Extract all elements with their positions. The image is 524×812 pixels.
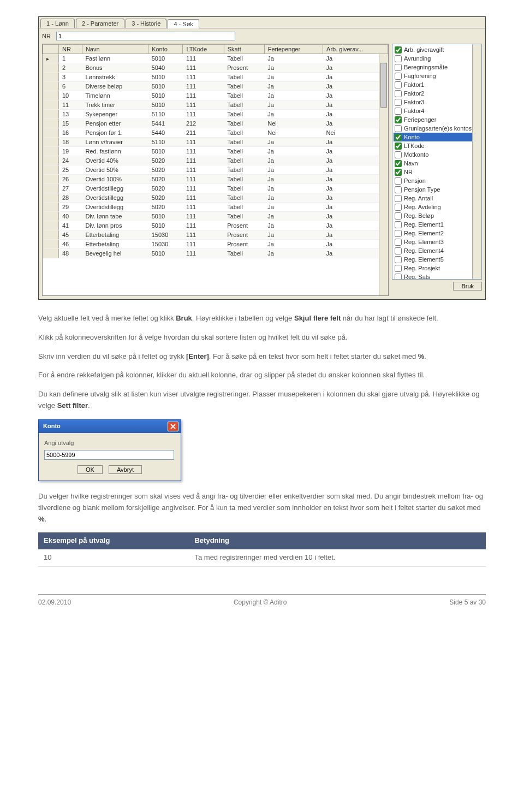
table-row[interactable]: 19Red. fastlønn5010111TabellJaJa — [43, 147, 388, 156]
checkbox[interactable] — [395, 230, 402, 237]
checklist-item[interactable]: Faktor4 — [394, 106, 480, 115]
checklist-item[interactable]: Reg. Antall — [394, 194, 480, 203]
table-row[interactable]: 48Bevegelig hel5010111TabellJaJa — [43, 249, 388, 258]
checkbox[interactable] — [395, 81, 402, 88]
tab[interactable]: 4 - Søk — [168, 19, 199, 28]
table-row[interactable]: 40Div. lønn tabe5010111TabellJaJa — [43, 212, 388, 221]
checkbox[interactable] — [395, 73, 402, 80]
checkbox[interactable] — [395, 177, 402, 185]
checklist-item[interactable]: Reg. Beløp — [394, 211, 480, 220]
checklist-item[interactable]: Reg. Element1 — [394, 220, 480, 229]
checklist-item[interactable]: Arb. giveravgift — [394, 45, 480, 54]
column-header[interactable]: NR — [59, 45, 82, 54]
checkbox[interactable] — [395, 116, 402, 123]
tab[interactable]: 1 - Lønn — [40, 19, 75, 28]
filter-input[interactable] — [56, 32, 235, 40]
checklist-item[interactable]: Beregningsmåte — [394, 63, 480, 72]
checkbox[interactable] — [395, 143, 402, 150]
checkbox[interactable] — [395, 55, 402, 62]
table-row[interactable]: 16Pensjon før 1.5440211TabellNeiNei — [43, 128, 388, 138]
checklist-item[interactable]: Reg. Avdeling — [394, 203, 480, 211]
table-row[interactable]: 13Sykepenger5110111TabellJaJa — [43, 110, 388, 119]
tab[interactable]: 2 - Parameter — [76, 19, 124, 28]
checkbox[interactable] — [395, 125, 402, 132]
table-row[interactable]: 2Bonus5040111ProsentJaJa — [43, 63, 388, 73]
checkbox[interactable] — [395, 239, 402, 246]
checkbox[interactable] — [395, 46, 402, 54]
table-row[interactable]: 46Etterbetaling15030111ProsentJaJa — [43, 240, 388, 249]
checkbox[interactable] — [395, 274, 402, 280]
table-row[interactable]: 41Div. lønn pros5010111ProsentJaJa — [43, 221, 388, 230]
table-row[interactable]: 11Trekk timer5010111TabellJaJa — [43, 100, 388, 110]
checkbox[interactable] — [395, 151, 402, 158]
checkbox[interactable] — [395, 247, 402, 254]
checklist-item[interactable]: Fagforening — [394, 72, 480, 80]
table-row[interactable]: 1Fast lønn5010111TabellJaJa — [43, 54, 388, 63]
column-header[interactable]: LTKode — [183, 45, 224, 54]
checklist-item[interactable]: Feriepenger — [394, 115, 480, 124]
ok-button[interactable]: OK — [78, 465, 103, 474]
checklist-item[interactable]: Faktor3 — [394, 98, 480, 106]
checkbox[interactable] — [395, 90, 402, 97]
checkbox[interactable] — [395, 195, 402, 202]
checklist-item[interactable]: Navn — [394, 159, 480, 168]
cell: 111 — [183, 156, 224, 165]
checklist-item[interactable]: Pensjon Type — [394, 185, 480, 194]
dialog-input[interactable] — [44, 450, 174, 460]
checkbox[interactable] — [395, 186, 402, 193]
table-row[interactable]: 6Diverse beløp5010111TabellJaJa — [43, 82, 388, 91]
checklist-item[interactable]: Pensjon — [394, 176, 480, 185]
table-row[interactable]: 45Etterbetaling15030111ProsentJaJa — [43, 230, 388, 240]
checklist-item[interactable]: Motkonto — [394, 150, 480, 159]
checkbox[interactable] — [395, 204, 402, 211]
checkbox[interactable] — [395, 64, 402, 71]
table-row[interactable]: 24Overtid 40%5020111TabellJaJa — [43, 156, 388, 165]
column-header[interactable]: Konto — [148, 45, 183, 54]
checkbox[interactable] — [395, 99, 402, 106]
checklist-item[interactable]: Faktor2 — [394, 89, 480, 98]
checkbox[interactable] — [395, 212, 402, 220]
tab[interactable]: 3 - Historie — [126, 19, 166, 28]
checkbox[interactable] — [395, 160, 402, 167]
checkbox[interactable] — [395, 108, 402, 115]
checklist-item[interactable]: NR — [394, 168, 480, 176]
cell: Ja — [264, 165, 323, 175]
grid-vertical-scrollbar[interactable] — [379, 54, 388, 295]
checklist-item[interactable]: Reg. Prosjekt — [394, 264, 480, 272]
checkbox[interactable] — [395, 265, 402, 272]
close-icon[interactable] — [168, 422, 178, 431]
checklist-item[interactable]: LTKode — [394, 141, 480, 150]
column-header[interactable]: Arb. giverav... — [323, 45, 388, 54]
checklist-item[interactable]: Reg. Sats — [394, 272, 480, 280]
checklist-item[interactable]: Konto — [394, 133, 480, 141]
checklist-item[interactable]: Reg. Element4 — [394, 246, 480, 255]
checklist-item[interactable]: Faktor1 — [394, 80, 480, 89]
table-row[interactable]: 28Overtidstillegg5020111TabellJaJa — [43, 193, 388, 203]
table-row[interactable]: 10Timelønn5010111TabellJaJa — [43, 91, 388, 100]
checklist-item[interactable]: Reg. Element5 — [394, 255, 480, 264]
column-header[interactable]: Navn — [82, 45, 148, 54]
table-row[interactable]: 18Lønn v/fravær5110111TabellJaJa — [43, 138, 388, 147]
checkbox[interactable] — [395, 134, 402, 141]
checklist-scrollbar[interactable] — [472, 44, 481, 279]
table-row[interactable]: 27Overtidstillegg5020111TabellJaJa — [43, 184, 388, 193]
checkbox[interactable] — [395, 221, 402, 228]
column-header[interactable]: Feriepenger — [264, 45, 323, 54]
checkbox[interactable] — [395, 169, 402, 176]
table-row[interactable]: 26Overtid 100%5020111TabellJaJa — [43, 175, 388, 184]
table-row[interactable]: 25Overtid 50%5020111TabellJaJa — [43, 165, 388, 175]
checklist-item[interactable]: Reg. Element3 — [394, 238, 480, 246]
table-row[interactable]: 29Overtidstillegg5020111TabellJaJa — [43, 203, 388, 212]
checklist-item[interactable]: Avrunding — [394, 54, 480, 63]
table-row[interactable]: 15Pensjon etter5441212TabellNeiJa — [43, 119, 388, 128]
field-checklist[interactable]: Arb. giveravgiftAvrundingBeregningsmåteF… — [392, 44, 482, 280]
apply-button[interactable]: Bruk — [453, 282, 482, 291]
cell: Tabell — [224, 100, 264, 110]
data-grid[interactable]: NRNavnKontoLTKodeSkattFeriepengerArb. gi… — [42, 44, 389, 296]
cancel-button[interactable]: Avbryt — [109, 465, 142, 474]
checklist-item[interactable]: Reg. Element2 — [394, 229, 480, 238]
column-header[interactable]: Skatt — [224, 45, 264, 54]
checkbox[interactable] — [395, 256, 402, 263]
checklist-item[interactable]: Grunlagsarten(e)s kontostr — [394, 124, 480, 133]
table-row[interactable]: 3Lønnstrekk5010111TabellJaJa — [43, 73, 388, 82]
